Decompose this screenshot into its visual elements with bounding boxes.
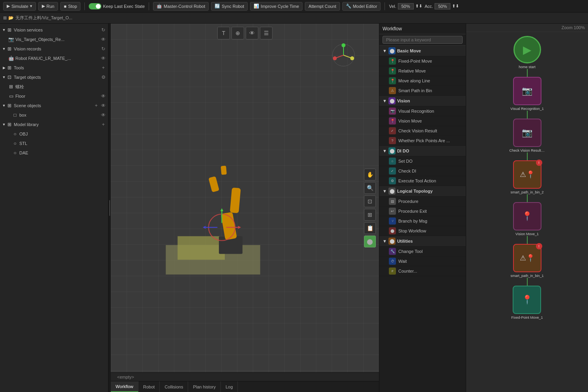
procedure-exit-icon: ↩ [389, 208, 396, 215]
wf-item-smart-path[interactable]: ⚠ Smart Path in Bin [379, 86, 466, 96]
add-tool-icon[interactable]: + [100, 65, 106, 71]
model-editor-btn[interactable]: 🔧 Model Editor [342, 2, 381, 11]
wf-category-di-do[interactable]: ▼ ⬤ DI DO [379, 146, 466, 156]
attempt-count-btn[interactable]: Attempt Count [305, 2, 340, 11]
workflow-search-input[interactable] [383, 36, 463, 44]
tab-workflow[interactable]: Workflow [111, 381, 138, 392]
refresh-icon-vr[interactable]: ↻ [100, 46, 106, 52]
add-scene-icon[interactable]: + [93, 102, 99, 109]
tab-plan-history[interactable]: Plan history [188, 381, 220, 392]
viewport-3d[interactable]: T ⊕ 👁 ☰ Z X Y [111, 24, 379, 392]
tab-robot[interactable]: Robot [138, 381, 160, 392]
node-smart-path-1[interactable]: ! ⚠📍 [513, 244, 541, 272]
expand-arrow-to: ▼ [2, 75, 6, 79]
acc-input[interactable] [435, 3, 450, 9]
tree-item-obj[interactable]: ○ OBJ [0, 129, 108, 139]
tree-item-robot[interactable]: 🤖 Robot FANUC_LR_MATE_... 👁 [0, 54, 108, 63]
wf-item-fixed-point-move[interactable]: 📍 Fixed-Point Move [379, 56, 466, 66]
wf-item-check-vision-result[interactable]: ✓ Check Vision Result [379, 126, 466, 136]
wf-category-basic-move[interactable]: ▼ ⬤ Basic Move [379, 46, 466, 56]
wf-item-vision-move[interactable]: 📍 Vision Move [379, 116, 466, 126]
node-home-start[interactable]: ▶ [513, 36, 541, 63]
hand-tool-btn[interactable]: ✋ [364, 169, 376, 180]
viewport-grid[interactable]: T ⊕ 👁 ☰ Z X Y [111, 24, 379, 392]
grid-btn[interactable]: ⊞ [364, 209, 376, 221]
wf-item-relative-move[interactable]: 📍 Relative Move [379, 66, 466, 76]
node-container-vision-move: 📍 Vision Move_1 [513, 202, 541, 244]
stop-icon: ■ [64, 4, 67, 9]
tree-section-scene-objects[interactable]: ▼ ⊞ Scene objects + 👁 [0, 101, 108, 110]
eye-icon-scene[interactable]: 👁 [100, 102, 106, 109]
refresh-icon[interactable]: ↻ [100, 27, 106, 33]
acc-control: Acc. ⬆⬇ [425, 3, 459, 9]
tree-section-vision-services[interactable]: ▼ ⊞ Vision services ↻ [0, 25, 108, 35]
text-tool-btn[interactable]: T [217, 27, 230, 39]
tree-section-model-library[interactable]: ▼ ⊞ Model library + [0, 120, 108, 129]
robot-icon: 🤖 [157, 4, 162, 9]
acc-arrows[interactable]: ⬆⬇ [452, 4, 459, 9]
node-check-vision[interactable]: 📷 [513, 119, 541, 147]
wf-category-logical-topology[interactable]: ▼ ⬤ Logical Topology [379, 186, 466, 197]
wf-item-counter[interactable]: # Counter... [379, 266, 466, 276]
zoom-in-btn[interactable]: 🔍 [364, 182, 376, 194]
wf-item-visual-recognition[interactable]: 📷 Visual Recognition [379, 106, 466, 116]
tree-section-target-objects[interactable]: ▼ ⊡ Target objects ⚙ [0, 72, 108, 82]
visibility-btn[interactable]: 👁 [246, 27, 258, 39]
master-robot-btn[interactable]: 🤖 Master-Control Robot [153, 2, 209, 11]
tree-item-dae[interactable]: ○ DAE [0, 148, 108, 158]
wf-item-branch-by-msg[interactable]: ⑂ Branch by Msg [379, 216, 466, 226]
node-visual-recognition[interactable]: 📷 [513, 77, 541, 105]
wf-item-change-tool[interactable]: 🔧 Change Tool [379, 247, 466, 256]
settings-icon[interactable]: ⚙ [100, 74, 106, 80]
wf-item-set-do[interactable]: ○ Set DO [379, 156, 466, 166]
eye-icon-box[interactable]: 👁 [100, 112, 106, 118]
node-label-vision-move: Vision Move_1 [515, 232, 539, 236]
tree-item-vis-target[interactable]: 📷 Vis_Target_Objects_Re... 👁 [0, 35, 108, 44]
run-btn[interactable]: ▶ Run [38, 2, 58, 11]
expand-utilities: ▼ [383, 239, 387, 243]
tree-item-floor[interactable]: ▭ Floor 👁 [0, 91, 108, 101]
tab-collisions[interactable]: Collisions [160, 381, 188, 392]
main-layout: ▼ ⊞ Vision services ↻ 📷 Vis_Target_Objec… [0, 24, 588, 392]
box-icon: □ [12, 112, 18, 118]
wf-category-vision[interactable]: ▼ ⬤ Vision [379, 96, 466, 106]
node-vision-move[interactable]: 📍 [513, 202, 541, 230]
tree-section-tools[interactable]: ▶ ⊞ Tools + [0, 63, 108, 72]
simulate-btn[interactable]: ▶ Simulate ▾ [3, 2, 36, 11]
vel-arrows[interactable]: ⬆⬇ [415, 4, 422, 9]
wf-item-whether-pick-points[interactable]: ? Whether Pick Points Are ... [379, 136, 466, 146]
notes-btn[interactable]: 📋 [364, 222, 376, 234]
tree-item-stl[interactable]: ○ STL [0, 139, 108, 148]
tree-item-bolts[interactable]: ⊞ 螺栓 [0, 82, 108, 91]
node-fixed-point-move[interactable]: 📍 [513, 286, 541, 314]
connector-2 [527, 111, 528, 119]
list-btn[interactable]: ☰ [260, 27, 273, 39]
tab-log[interactable]: Log [221, 381, 238, 392]
node-smart-path-2[interactable]: ! ⚠📍 [513, 160, 541, 189]
wf-item-wait[interactable]: ⏱ Wait [379, 256, 466, 266]
wf-item-procedure[interactable]: ▤ Procedure [379, 197, 466, 206]
wf-item-execute-tool-action[interactable]: ⚙ Execute Tool Action [379, 176, 466, 186]
sphere-btn[interactable]: ⬤ [364, 236, 376, 247]
eye-icon[interactable]: 👁 [100, 36, 106, 43]
tree-item-box[interactable]: □ box 👁 [0, 110, 108, 120]
wf-item-check-di[interactable]: ✓ Check DI [379, 166, 466, 176]
wf-item-stop-workflow[interactable]: ⬤ Stop Workflow [379, 226, 466, 236]
improve-cycle-btn[interactable]: 📊 Improve Cycle Time [250, 2, 302, 11]
toggle-track[interactable] [89, 3, 101, 9]
eye-icon-floor[interactable]: 👁 [100, 93, 106, 99]
keep-last-toggle[interactable]: Keep Last Exec State [89, 3, 145, 9]
vel-input[interactable] [398, 3, 414, 9]
wf-item-procedure-exit[interactable]: ↩ Procedure Exit [379, 206, 466, 216]
add-model-icon[interactable]: + [100, 121, 106, 128]
wf-item-move-along-line[interactable]: 📍 Move along Line [379, 76, 466, 86]
expand-icon[interactable]: ⊞ [3, 15, 7, 20]
eye-icon-robot[interactable]: 👁 [100, 55, 106, 61]
coordinate-btn[interactable]: ⊕ [231, 27, 244, 39]
wf-category-utilities[interactable]: ▼ ⬤ Utilities [379, 236, 466, 247]
stop-btn[interactable]: ■ Stop [60, 2, 80, 11]
vision-move-node-icon: 📍 [522, 211, 532, 221]
tree-section-vision-records[interactable]: ▼ ⊞ Vision records ↻ [0, 44, 108, 54]
frame-btn[interactable]: ⊡ [364, 195, 376, 207]
sync-robot-btn[interactable]: 🔄 Sync Robot [211, 2, 248, 11]
